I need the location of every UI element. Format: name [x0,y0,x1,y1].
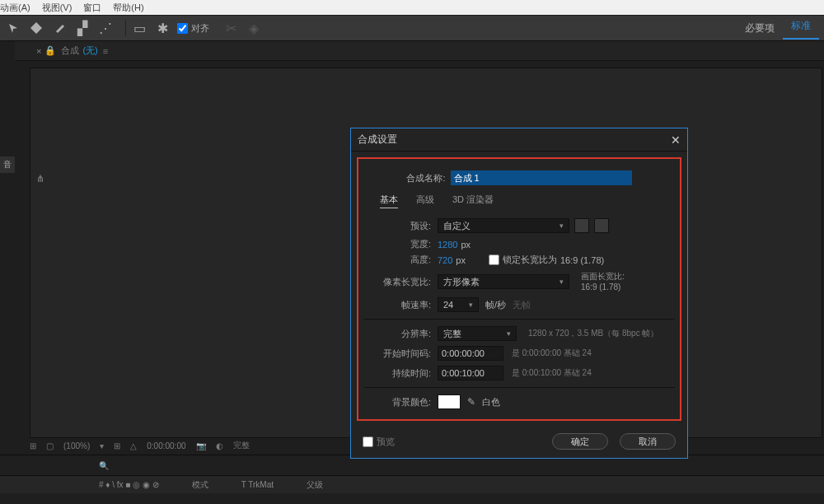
svg-rect-0 [30,22,42,34]
timeline-search-icon[interactable]: 🔍 [99,461,109,470]
menu-help[interactable]: 帮助(H) [113,2,143,14]
menu-view[interactable]: 视图(V) [42,2,73,14]
divider-2 [363,387,675,388]
left-panel-strip: 音 [0,41,15,436]
toolbar: ▞ ⋰ ▭ ✱ 对齐 ✂ ◈ 必要项 标准 [0,15,824,41]
close-tab-icon[interactable]: × [36,46,41,56]
preview-checkbox[interactable]: 预览 [363,436,395,448]
anchor-indicator-icon: ⋔ [36,173,44,184]
tab-3d-renderer[interactable]: 3D 渲染器 [452,194,494,208]
preset-delete-icon[interactable] [594,218,609,233]
dialog-title: 合成设置 [358,133,397,147]
zoom-level[interactable]: (100%) [63,441,90,450]
duration-label: 持续时间: [368,367,431,380]
divider [363,319,675,320]
menu-animation[interactable]: 动画(A) [0,2,30,14]
start-tc-info: 是 0:00:00:00 基础 24 [512,348,592,359]
selection-tool-icon[interactable] [5,20,21,36]
fps-label: 帧速率: [368,299,431,311]
workspace-standard[interactable]: 标准 [783,17,819,40]
resolution-info: 1280 x 720，3.5 MB（每 8bpc 帧） [528,328,658,339]
snap-checkbox[interactable]: 对齐 [177,22,209,35]
pen-tool-icon[interactable] [51,20,68,36]
disabled-tool-2-icon: ◈ [246,20,262,36]
tab-basic[interactable]: 基本 [380,194,398,208]
cancel-button[interactable]: 取消 [620,433,676,450]
resolution-dropdown[interactable]: 完整 [233,440,250,451]
width-label: 宽度: [368,238,431,250]
resolution-dropdown[interactable]: 完整 [438,326,517,341]
mode-column: 模式 [192,479,208,491]
lock-aspect-checkbox[interactable]: 锁定长宽比为 16:9 (1.78) [489,254,604,266]
height-value[interactable]: 720 [438,255,452,265]
dialog-titlebar: 合成设置 ✕ [351,128,687,152]
bg-color-label: 背景颜色: [368,396,431,408]
workspace-essentials[interactable]: 必要项 [737,21,783,35]
disabled-tool-1-icon: ✂ [222,20,239,36]
composition-settings-dialog: 合成设置 ✕ 合成名称: 基本 高级 3D 渲染器 预设: 自定义 宽度: 12… [350,128,688,459]
clone-tool-icon[interactable]: ⋰ [97,20,114,36]
toolbar-divider [125,20,126,36]
par-label: 像素长宽比: [368,276,431,288]
shape-tool-icon[interactable] [28,20,44,36]
start-tc-input[interactable] [438,346,503,361]
height-label: 高度: [368,254,431,266]
comp-name-input[interactable] [451,170,632,185]
bg-color-swatch[interactable] [438,394,461,409]
eyedropper-icon[interactable]: ✎ [467,396,475,408]
audio-tab[interactable]: 音 [0,156,15,173]
tab-advanced[interactable]: 高级 [416,194,434,208]
lock-tab-icon[interactable]: 🔒 [44,45,56,56]
trkmat-column: T TrkMat [241,480,274,489]
preset-dropdown[interactable]: 自定义 [438,218,569,233]
comp-name-label: 合成名称: [406,172,445,184]
par-dropdown[interactable]: 方形像素 [438,274,569,289]
width-value[interactable]: 1280 [438,240,457,250]
viewer-tabstrip: × 🔒 合成 (无) ≡ [0,41,824,61]
menu-window[interactable]: 窗口 [83,2,101,14]
fps-dropdown[interactable]: 24 [438,297,479,312]
bg-color-name: 白色 [482,396,500,408]
frame-aspect-readout: 画面长宽比: 16:9 (1.78) [581,271,625,292]
edit-tool-icon[interactable]: ▭ [131,20,147,36]
current-time[interactable]: 0:00:00:00 [147,441,185,450]
dialog-footer: 预览 确定 取消 [351,425,687,458]
viewer-statusbar: ⊞ ▢ (100%) ▾ ⊞ △ 0:00:00:00 📷 ◐ 完整 [30,438,250,453]
duration-info: 是 0:00:10:00 基础 24 [512,367,592,379]
fps-dropframe: 无帧 [513,299,531,311]
dialog-body-highlight: 合成名称: 基本 高级 3D 渲染器 预设: 自定义 宽度: 1280 px 高… [357,157,681,421]
duration-input[interactable] [438,366,503,380]
settings-tabs: 基本 高级 3D 渲染器 [380,194,670,208]
brush-tool-icon[interactable]: ▞ [74,20,91,36]
switches-column: # ♦ \ fx ■ ◎ ◉ ⊘ [99,480,159,489]
puppet-tool-icon[interactable]: ✱ [154,20,171,36]
timeline-panel: 🔍 # ♦ \ fx ■ ◎ ◉ ⊘ 模式 T TrkMat 父级 [0,455,824,504]
viewer-tab-compname[interactable]: (无) [82,44,97,57]
start-tc-label: 开始时间码: [368,348,431,360]
resolution-label: 分辨率: [368,328,431,340]
tab-menu-icon[interactable]: ≡ [103,46,108,56]
parent-column: 父级 [307,479,323,491]
preset-save-icon[interactable] [574,218,589,233]
close-icon[interactable]: ✕ [671,133,681,147]
viewer-tab-label[interactable]: 合成 [61,44,79,57]
ok-button[interactable]: 确定 [552,433,608,450]
app-menubar: 动画(A) 视图(V) 窗口 帮助(H) [0,0,824,15]
preset-label: 预设: [368,220,431,232]
